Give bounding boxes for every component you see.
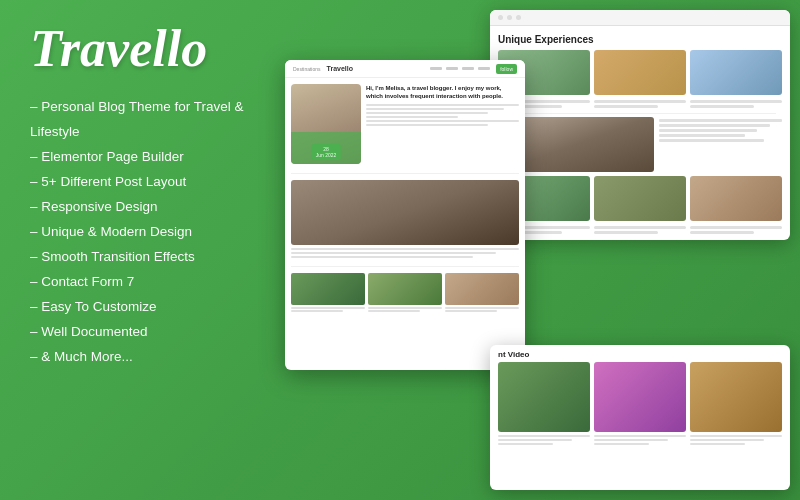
text-line xyxy=(594,443,649,445)
photo-image xyxy=(368,273,442,305)
caption-line xyxy=(594,100,686,103)
text-line xyxy=(366,124,488,126)
nav-button[interactable]: follow xyxy=(496,64,517,74)
screenshot-content: Unique Experiences xyxy=(490,26,790,240)
nav-logo: Travello xyxy=(327,65,353,72)
travel-image xyxy=(690,176,782,221)
travel-image xyxy=(690,50,782,95)
bottom-photo xyxy=(291,273,365,312)
photo-image xyxy=(445,273,519,305)
caption-block xyxy=(594,226,686,236)
video-thumbnail xyxy=(498,362,590,432)
text-line xyxy=(291,310,343,312)
text-line xyxy=(690,439,764,441)
text-line xyxy=(659,134,745,137)
text-line xyxy=(366,120,519,122)
video-item xyxy=(690,362,782,445)
features-list: Personal Blog Theme for Travel & Lifesty… xyxy=(30,95,270,370)
caption-line xyxy=(690,226,782,229)
hero-section: 28Jun 2022 Hi, I'm Melisa, a travel blog… xyxy=(285,78,525,170)
nav-bar: Destinations Travello follow xyxy=(285,60,525,78)
video-thumbnail xyxy=(594,362,686,432)
caption-block xyxy=(690,226,782,236)
text-line xyxy=(659,119,782,122)
feature-item: Smooth Transition Effects xyxy=(30,245,270,270)
castle-text xyxy=(659,117,782,172)
feature-item: Well Documented xyxy=(30,320,270,345)
text-line xyxy=(594,439,668,441)
browser-dot xyxy=(498,15,503,20)
browser-dot xyxy=(507,15,512,20)
caption-line xyxy=(690,100,782,103)
browser-dot xyxy=(516,15,521,20)
video-caption xyxy=(498,435,590,445)
brand-title: Travello xyxy=(30,20,270,77)
text-line xyxy=(366,108,504,110)
screenshot-top: Unique Experiences xyxy=(490,10,790,240)
video-caption xyxy=(690,435,782,445)
nav-links xyxy=(430,67,490,70)
image-row xyxy=(498,50,782,95)
hero-text: Hi, I'm Melisa, a travel blogger. I enjo… xyxy=(366,84,519,164)
hero-body-lines xyxy=(366,104,519,126)
text-line xyxy=(445,310,497,312)
hero-heading: Hi, I'm Melisa, a travel blogger. I enjo… xyxy=(366,84,519,101)
text-line xyxy=(659,129,757,132)
feature-item: Easy To Customize xyxy=(30,295,270,320)
nav-link xyxy=(478,67,490,70)
section-label: nt Video xyxy=(490,345,790,362)
caption-line xyxy=(594,226,686,229)
text-line xyxy=(366,104,519,106)
photo-row xyxy=(498,176,782,221)
text-line xyxy=(690,435,782,437)
video-thumbnail xyxy=(690,362,782,432)
caption-row xyxy=(498,100,782,110)
text-line xyxy=(659,124,770,127)
text-line xyxy=(594,435,686,437)
text-line xyxy=(366,116,458,118)
feature-item: Elementor Page Builder xyxy=(30,145,270,170)
caption-block xyxy=(594,100,686,110)
hero-avatar: 28Jun 2022 xyxy=(291,84,361,164)
travel-image xyxy=(594,176,686,221)
feature-item: & Much More... xyxy=(30,345,270,370)
browser-bar xyxy=(490,10,790,26)
travel-image xyxy=(594,50,686,95)
caption-block xyxy=(690,100,782,110)
photo-image xyxy=(291,273,365,305)
text-line xyxy=(291,256,473,258)
video-grid xyxy=(490,362,790,453)
text-line xyxy=(498,439,572,441)
feature-item: Responsive Design xyxy=(30,195,270,220)
text-line xyxy=(690,443,745,445)
caption-line xyxy=(690,231,754,234)
castle-section xyxy=(285,177,525,263)
nav-link xyxy=(446,67,458,70)
caption-line xyxy=(594,105,658,108)
left-panel: Travello Personal Blog Theme for Travel … xyxy=(0,0,300,500)
nav-link xyxy=(430,67,442,70)
text-line xyxy=(368,310,420,312)
bottom-photo xyxy=(445,273,519,312)
divider xyxy=(504,113,776,114)
feature-item: 5+ Different Post Layout xyxy=(30,170,270,195)
feature-item: Contact Form 7 xyxy=(30,270,270,295)
screenshot-bottom-right: nt Video xyxy=(490,345,790,490)
bottom-photo xyxy=(368,273,442,312)
caption-line xyxy=(594,231,658,234)
text-line xyxy=(291,252,496,254)
caption-line xyxy=(690,105,754,108)
nav-link xyxy=(462,67,474,70)
feature-item: Unique & Modern Design xyxy=(30,220,270,245)
video-item xyxy=(594,362,686,445)
divider xyxy=(291,173,519,174)
screenshot-main: Destinations Travello follow 28Jun 2022 … xyxy=(285,60,525,370)
divider xyxy=(291,266,519,267)
text-line xyxy=(291,248,519,250)
text-line xyxy=(498,435,590,437)
text-line xyxy=(659,139,763,142)
section-title: Unique Experiences xyxy=(498,34,782,45)
video-item xyxy=(498,362,590,445)
text-line xyxy=(498,443,553,445)
video-caption xyxy=(594,435,686,445)
